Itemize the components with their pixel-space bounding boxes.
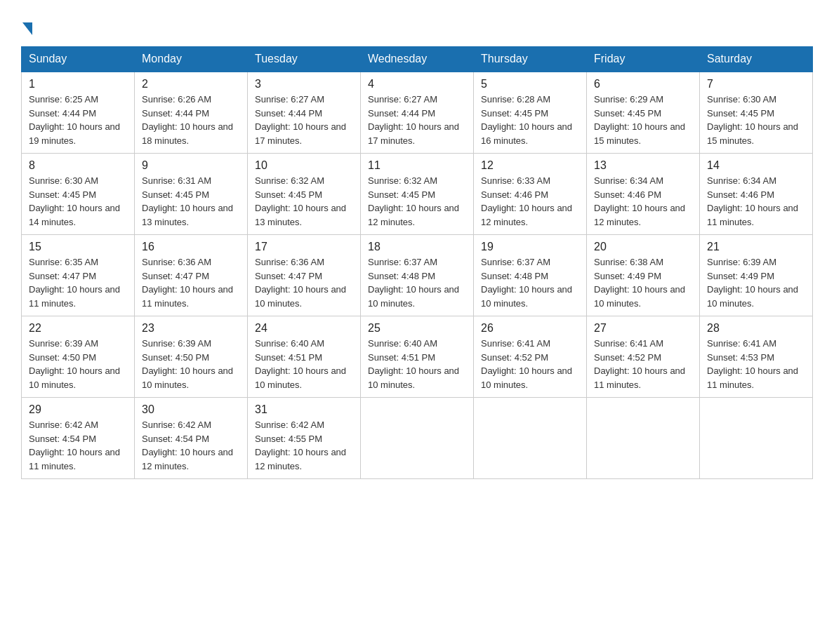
- calendar-cell: 19Sunrise: 6:37 AMSunset: 4:48 PMDayligh…: [474, 235, 587, 316]
- day-info: Sunrise: 6:39 AMSunset: 4:50 PMDaylight:…: [142, 337, 240, 391]
- day-info: Sunrise: 6:30 AMSunset: 4:45 PMDaylight:…: [707, 93, 805, 147]
- day-number: 14: [707, 159, 805, 172]
- calendar-cell: 26Sunrise: 6:41 AMSunset: 4:52 PMDayligh…: [474, 316, 587, 398]
- day-info: Sunrise: 6:39 AMSunset: 4:50 PMDaylight:…: [29, 337, 127, 391]
- calendar-cell: 2Sunrise: 6:26 AMSunset: 4:44 PMDaylight…: [135, 72, 248, 154]
- day-number: 6: [594, 78, 692, 90]
- day-number: 20: [594, 241, 692, 253]
- day-number: 22: [29, 322, 127, 335]
- day-info: Sunrise: 6:36 AMSunset: 4:47 PMDaylight:…: [255, 255, 353, 310]
- day-number: 7: [707, 78, 805, 90]
- day-number: 21: [707, 241, 805, 253]
- calendar-cell: 24Sunrise: 6:40 AMSunset: 4:51 PMDayligh…: [248, 316, 361, 398]
- day-number: 17: [255, 241, 353, 253]
- day-number: 19: [481, 241, 579, 253]
- day-info: Sunrise: 6:37 AMSunset: 4:48 PMDaylight:…: [481, 255, 579, 310]
- day-info: Sunrise: 6:42 AMSunset: 4:54 PMDaylight:…: [142, 418, 240, 473]
- calendar-cell: [587, 398, 700, 479]
- calendar-header: SundayMondayTuesdayWednesdayThursdayFrid…: [22, 47, 813, 72]
- day-number: 31: [255, 403, 353, 416]
- day-info: Sunrise: 6:39 AMSunset: 4:49 PMDaylight:…: [707, 255, 805, 310]
- day-info: Sunrise: 6:33 AMSunset: 4:46 PMDaylight:…: [481, 174, 579, 229]
- calendar-week-row: 1Sunrise: 6:25 AMSunset: 4:44 PMDaylight…: [22, 72, 813, 154]
- calendar-cell: 22Sunrise: 6:39 AMSunset: 4:50 PMDayligh…: [22, 316, 135, 398]
- calendar-body: 1Sunrise: 6:25 AMSunset: 4:44 PMDaylight…: [22, 72, 813, 479]
- day-number: 25: [368, 322, 466, 335]
- calendar-week-row: 15Sunrise: 6:35 AMSunset: 4:47 PMDayligh…: [22, 235, 813, 316]
- weekday-header-tuesday: Tuesday: [248, 47, 361, 72]
- calendar-cell: 31Sunrise: 6:42 AMSunset: 4:55 PMDayligh…: [248, 398, 361, 479]
- calendar-cell: 13Sunrise: 6:34 AMSunset: 4:46 PMDayligh…: [587, 154, 700, 235]
- day-info: Sunrise: 6:27 AMSunset: 4:44 PMDaylight:…: [368, 93, 466, 147]
- calendar-cell: 6Sunrise: 6:29 AMSunset: 4:45 PMDaylight…: [587, 72, 700, 154]
- day-number: 3: [255, 78, 353, 90]
- day-number: 13: [594, 159, 692, 172]
- calendar-cell: 29Sunrise: 6:42 AMSunset: 4:54 PMDayligh…: [22, 398, 135, 479]
- day-number: 10: [255, 159, 353, 172]
- day-number: 30: [142, 403, 240, 416]
- calendar-cell: 9Sunrise: 6:31 AMSunset: 4:45 PMDaylight…: [135, 154, 248, 235]
- day-number: 2: [142, 78, 240, 90]
- day-info: Sunrise: 6:42 AMSunset: 4:55 PMDaylight:…: [255, 418, 353, 473]
- calendar-cell: 23Sunrise: 6:39 AMSunset: 4:50 PMDayligh…: [135, 316, 248, 398]
- calendar-cell: 15Sunrise: 6:35 AMSunset: 4:47 PMDayligh…: [22, 235, 135, 316]
- calendar-cell: 21Sunrise: 6:39 AMSunset: 4:49 PMDayligh…: [700, 235, 813, 316]
- day-number: 11: [368, 159, 466, 172]
- weekday-header-wednesday: Wednesday: [361, 47, 474, 72]
- calendar-cell: 30Sunrise: 6:42 AMSunset: 4:54 PMDayligh…: [135, 398, 248, 479]
- day-number: 8: [29, 159, 127, 172]
- calendar-cell: 7Sunrise: 6:30 AMSunset: 4:45 PMDaylight…: [700, 72, 813, 154]
- weekday-header-row: SundayMondayTuesdayWednesdayThursdayFrid…: [22, 47, 813, 72]
- calendar-table: SundayMondayTuesdayWednesdayThursdayFrid…: [21, 46, 813, 479]
- calendar-week-row: 22Sunrise: 6:39 AMSunset: 4:50 PMDayligh…: [22, 316, 813, 398]
- calendar-cell: 10Sunrise: 6:32 AMSunset: 4:45 PMDayligh…: [248, 154, 361, 235]
- day-number: 26: [481, 322, 579, 335]
- day-number: 29: [29, 403, 127, 416]
- day-number: 24: [255, 322, 353, 335]
- weekday-header-thursday: Thursday: [474, 47, 587, 72]
- day-info: Sunrise: 6:42 AMSunset: 4:54 PMDaylight:…: [29, 418, 127, 473]
- day-number: 23: [142, 322, 240, 335]
- day-info: Sunrise: 6:41 AMSunset: 4:52 PMDaylight:…: [594, 337, 692, 391]
- day-info: Sunrise: 6:30 AMSunset: 4:45 PMDaylight:…: [29, 174, 127, 229]
- calendar-cell: 3Sunrise: 6:27 AMSunset: 4:44 PMDaylight…: [248, 72, 361, 154]
- calendar-cell: 18Sunrise: 6:37 AMSunset: 4:48 PMDayligh…: [361, 235, 474, 316]
- calendar-cell: 11Sunrise: 6:32 AMSunset: 4:45 PMDayligh…: [361, 154, 474, 235]
- day-info: Sunrise: 6:27 AMSunset: 4:44 PMDaylight:…: [255, 93, 353, 147]
- day-number: 18: [368, 241, 466, 253]
- weekday-header-sunday: Sunday: [22, 47, 135, 72]
- calendar-cell: [361, 398, 474, 479]
- logo: [21, 21, 32, 34]
- day-info: Sunrise: 6:31 AMSunset: 4:45 PMDaylight:…: [142, 174, 240, 229]
- day-number: 4: [368, 78, 466, 90]
- day-info: Sunrise: 6:36 AMSunset: 4:47 PMDaylight:…: [142, 255, 240, 310]
- calendar-week-row: 29Sunrise: 6:42 AMSunset: 4:54 PMDayligh…: [22, 398, 813, 479]
- calendar-cell: 12Sunrise: 6:33 AMSunset: 4:46 PMDayligh…: [474, 154, 587, 235]
- calendar-cell: 8Sunrise: 6:30 AMSunset: 4:45 PMDaylight…: [22, 154, 135, 235]
- day-info: Sunrise: 6:35 AMSunset: 4:47 PMDaylight:…: [29, 255, 127, 310]
- calendar-cell: 4Sunrise: 6:27 AMSunset: 4:44 PMDaylight…: [361, 72, 474, 154]
- day-number: 5: [481, 78, 579, 90]
- day-number: 1: [29, 78, 127, 90]
- calendar-cell: 20Sunrise: 6:38 AMSunset: 4:49 PMDayligh…: [587, 235, 700, 316]
- day-info: Sunrise: 6:37 AMSunset: 4:48 PMDaylight:…: [368, 255, 466, 310]
- calendar-cell: [700, 398, 813, 479]
- day-number: 28: [707, 322, 805, 335]
- calendar-cell: 28Sunrise: 6:41 AMSunset: 4:53 PMDayligh…: [700, 316, 813, 398]
- day-info: Sunrise: 6:40 AMSunset: 4:51 PMDaylight:…: [255, 337, 353, 391]
- weekday-header-monday: Monday: [135, 47, 248, 72]
- day-info: Sunrise: 6:41 AMSunset: 4:52 PMDaylight:…: [481, 337, 579, 391]
- day-info: Sunrise: 6:29 AMSunset: 4:45 PMDaylight:…: [594, 93, 692, 147]
- calendar-week-row: 8Sunrise: 6:30 AMSunset: 4:45 PMDaylight…: [22, 154, 813, 235]
- day-info: Sunrise: 6:26 AMSunset: 4:44 PMDaylight:…: [142, 93, 240, 147]
- calendar-cell: 17Sunrise: 6:36 AMSunset: 4:47 PMDayligh…: [248, 235, 361, 316]
- calendar-cell: 14Sunrise: 6:34 AMSunset: 4:46 PMDayligh…: [700, 154, 813, 235]
- weekday-header-saturday: Saturday: [700, 47, 813, 72]
- day-number: 16: [142, 241, 240, 253]
- day-info: Sunrise: 6:38 AMSunset: 4:49 PMDaylight:…: [594, 255, 692, 310]
- calendar-cell: 5Sunrise: 6:28 AMSunset: 4:45 PMDaylight…: [474, 72, 587, 154]
- day-number: 15: [29, 241, 127, 253]
- day-info: Sunrise: 6:34 AMSunset: 4:46 PMDaylight:…: [594, 174, 692, 229]
- day-number: 12: [481, 159, 579, 172]
- calendar-cell: 1Sunrise: 6:25 AMSunset: 4:44 PMDaylight…: [22, 72, 135, 154]
